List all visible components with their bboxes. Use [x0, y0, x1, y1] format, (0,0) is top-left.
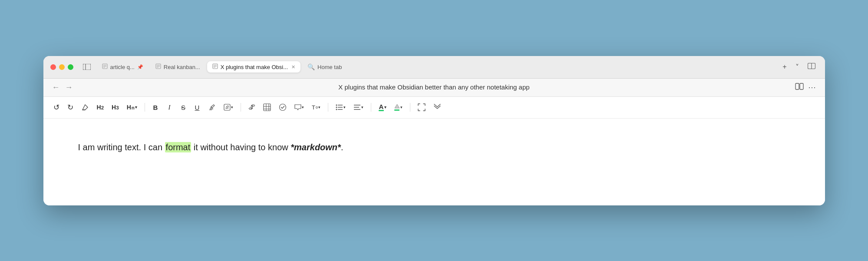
list-button[interactable]: ▾: [333, 102, 348, 112]
tabs-container: article q... 📌 Real kanban...: [97, 61, 776, 73]
more-options-button[interactable]: ···: [808, 83, 816, 92]
h3-button[interactable]: H3: [109, 102, 121, 112]
highlighted-word: format: [165, 142, 191, 152]
edit-button[interactable]: ▾: [221, 102, 235, 112]
bold-italic-text: *markdown*: [290, 142, 341, 152]
tab-kanban-icon: [155, 63, 161, 70]
eraser-button[interactable]: [79, 102, 91, 113]
checklist-button[interactable]: [277, 102, 289, 113]
toolbar-separator-2: [241, 103, 241, 112]
svg-point-29: [336, 105, 337, 106]
nav-right: ···: [795, 83, 816, 92]
italic-button[interactable]: I: [164, 102, 175, 113]
tab-article-label: article q...: [110, 64, 135, 70]
navbar: ← → X plugins that make Obsidian better …: [43, 79, 825, 97]
traffic-lights: [50, 64, 73, 70]
tab-plugins-label: X plugins that make Obsi...: [221, 64, 288, 70]
svg-point-30: [336, 107, 337, 108]
tab-plugins[interactable]: X plugins that make Obsi... ✕: [207, 61, 300, 73]
new-tab-button[interactable]: +: [780, 61, 789, 73]
superscript-button[interactable]: To▾: [310, 102, 323, 112]
nav-arrows: ← →: [52, 83, 73, 92]
text-after: it without having to know: [191, 142, 290, 152]
svg-rect-19: [224, 104, 230, 110]
maximize-button[interactable]: [68, 64, 73, 70]
pin-icon: 📌: [137, 64, 143, 70]
search-area[interactable]: 🔍 Home tab: [302, 61, 347, 73]
svg-point-31: [336, 109, 337, 110]
tab-plugins-close[interactable]: ✕: [291, 64, 295, 70]
highlight-button[interactable]: [206, 102, 218, 113]
titlebar: article q... 📌 Real kanban...: [43, 56, 825, 79]
minimize-button[interactable]: [59, 64, 65, 70]
split-view-button[interactable]: [805, 61, 818, 73]
svg-point-25: [279, 104, 286, 111]
comment-button[interactable]: ▾: [292, 102, 306, 112]
search-label: Home tab: [317, 64, 342, 70]
redo-button[interactable]: ↻: [65, 101, 76, 114]
forward-button[interactable]: →: [65, 83, 73, 92]
content-area[interactable]: I am writing text. I can format it witho…: [43, 119, 825, 205]
toolbar-separator-4: [371, 103, 371, 112]
tab-plugins-icon: [212, 63, 218, 70]
tabs-list-button[interactable]: ˅: [793, 61, 802, 73]
svg-rect-0: [83, 64, 91, 70]
table-button[interactable]: [261, 102, 273, 113]
undo-button[interactable]: ↺: [51, 101, 62, 114]
tab-article[interactable]: article q... 📌: [97, 61, 149, 73]
bold-button[interactable]: B: [150, 102, 161, 113]
svg-rect-20: [264, 104, 271, 111]
page-title: X plugins that make Obsidian better than…: [338, 83, 529, 91]
content-paragraph: I am writing text. I can format it witho…: [78, 140, 790, 154]
reader-mode-button[interactable]: [795, 83, 804, 92]
h2-button[interactable]: H2: [95, 102, 106, 112]
tab-kanban[interactable]: Real kanban...: [150, 61, 205, 73]
text-before: I am writing text. I can: [78, 142, 165, 152]
tab-kanban-label: Real kanban...: [164, 64, 200, 70]
titlebar-actions: + ˅: [780, 61, 818, 73]
font-color-button[interactable]: A ▾: [376, 102, 389, 113]
text-end: .: [341, 142, 343, 152]
toolbar-separator-1: [145, 103, 145, 112]
search-icon: 🔍: [307, 63, 315, 70]
svg-rect-16: [795, 83, 799, 89]
hn-button[interactable]: Hn▾: [125, 102, 139, 112]
tab-article-icon: [102, 63, 108, 70]
underline-button[interactable]: U: [192, 102, 202, 113]
toolbar-separator-3: [328, 103, 328, 112]
sidebar-toggle-button[interactable]: [81, 62, 92, 72]
highlight-color-button[interactable]: ▾: [392, 102, 405, 112]
back-button[interactable]: ←: [52, 83, 60, 92]
more-toolbar-button[interactable]: [431, 102, 443, 113]
focus-button[interactable]: [416, 102, 428, 113]
align-button[interactable]: ▾: [351, 102, 366, 112]
svg-rect-17: [800, 83, 803, 89]
strikethrough-button[interactable]: S: [178, 102, 188, 113]
browser-window: article q... 📌 Real kanban...: [43, 56, 825, 205]
toolbar-separator-5: [410, 103, 410, 112]
toolbar: ↺ ↻ H2 H3 Hn▾ B I S U: [43, 97, 825, 119]
close-button[interactable]: [50, 64, 56, 70]
attach-button[interactable]: 🖇: [246, 102, 257, 113]
